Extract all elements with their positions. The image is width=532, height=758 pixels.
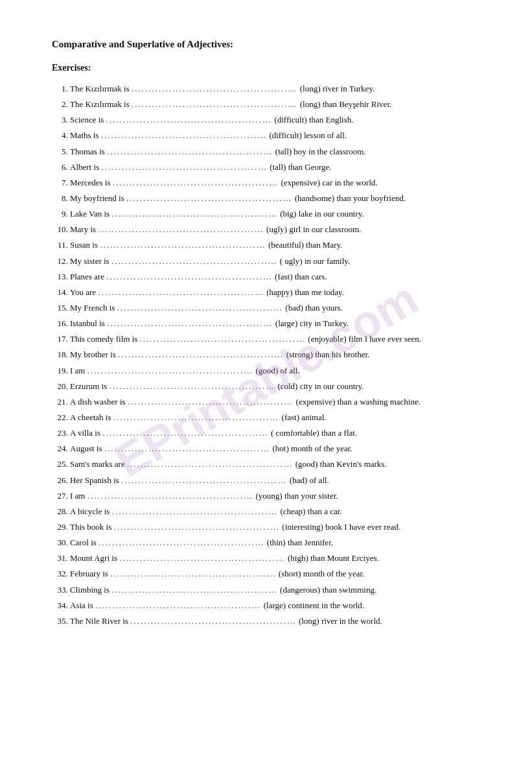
exercise-start: My sister is xyxy=(70,256,111,266)
exercise-dots: ........................................… xyxy=(132,98,298,111)
exercise-end: than Jennifer. xyxy=(288,538,333,547)
exercise-dots: ........................................… xyxy=(106,270,273,283)
list-item: My boyfriend is ........................… xyxy=(70,192,487,205)
exercise-end: than swimming. xyxy=(322,585,376,595)
exercise-end: girl in our classroom. xyxy=(289,224,361,234)
exercise-hint: (interesting) xyxy=(282,522,323,532)
exercise-dots: ........................................… xyxy=(128,396,294,409)
list-item: Asia is ................................… xyxy=(70,599,487,612)
exercise-dots: ........................................… xyxy=(130,615,297,628)
list-item: The Nile River is ......................… xyxy=(70,615,487,628)
exercise-hint: (handsome) xyxy=(295,193,334,203)
page-title: Comparative and Superlative of Adjective… xyxy=(52,39,487,50)
exercise-hint: ( ugly) xyxy=(280,256,303,266)
list-item: Her Spanish is .........................… xyxy=(70,474,487,487)
exercise-hint: (bad) xyxy=(290,475,307,485)
list-item: I am ...................................… xyxy=(70,490,487,503)
list-item: Sam's marks are ........................… xyxy=(70,458,487,471)
list-item: The Kızılırmak is ......................… xyxy=(70,82,487,95)
section-title: Exercises: xyxy=(52,63,487,73)
exercise-end: than Mount Erciyes. xyxy=(310,553,379,563)
exercise-end: book I have ever read. xyxy=(325,522,400,532)
list-item: Climbing is ............................… xyxy=(70,584,487,597)
exercise-dots: ........................................… xyxy=(107,317,273,330)
exercise-hint: (fast) xyxy=(275,272,292,281)
exercise-hint: (happy) xyxy=(266,287,292,297)
exercise-hint: (cold) xyxy=(277,381,297,391)
exercise-end: than cars. xyxy=(295,272,327,281)
exercise-hint: ( comfortable) xyxy=(271,428,319,438)
exercise-hint: (thin) xyxy=(267,538,286,547)
exercise-end: car in the world. xyxy=(322,178,377,187)
exercise-hint: (big) xyxy=(280,209,296,219)
exercise-dots: ........................................… xyxy=(98,223,264,236)
list-item: This comedy film is ....................… xyxy=(70,333,487,346)
exercise-hint: (tall) xyxy=(275,147,292,156)
exercise-end: city in our country. xyxy=(300,381,364,391)
list-item: Maths is ...............................… xyxy=(70,129,487,142)
exercise-end: than a flat. xyxy=(321,428,357,438)
exercise-end: than a washing machine. xyxy=(337,397,421,407)
exercise-dots: ........................................… xyxy=(100,239,266,252)
exercise-end: river in the world. xyxy=(321,616,382,626)
exercise-hint: (short) xyxy=(279,569,301,578)
exercise-start: A dish washer is xyxy=(70,397,128,407)
exercise-start: Erzurum is xyxy=(70,381,110,391)
exercise-hint: (enjoyable) xyxy=(308,334,346,344)
exercise-end: month of the year. xyxy=(303,569,365,578)
exercise-start: Asia is xyxy=(70,600,95,610)
list-item: Carol is ...............................… xyxy=(70,536,487,549)
exercise-dots: ........................................… xyxy=(114,521,281,534)
exercise-end: than yours. xyxy=(305,303,343,313)
exercise-end: city in Turkey. xyxy=(299,318,348,328)
exercise-dots: ........................................… xyxy=(95,599,262,612)
exercise-start: Mercedes is xyxy=(70,178,113,187)
exercise-end: continent in the world. xyxy=(288,600,364,610)
exercise-start: Sam's marks are xyxy=(70,459,127,469)
exercise-end: of all. xyxy=(280,366,299,375)
exercise-hint: (cheap) xyxy=(280,506,305,516)
exercise-dots: ........................................… xyxy=(110,380,276,393)
exercise-dots: ........................................… xyxy=(140,333,306,346)
exercise-start: Albert is xyxy=(70,162,101,172)
exercise-dots: ........................................… xyxy=(101,129,268,142)
exercise-hint: (large) xyxy=(264,600,286,610)
exercise-hint: (long) xyxy=(299,616,319,626)
exercise-dots: ........................................… xyxy=(101,161,268,174)
exercise-hint: (good) xyxy=(295,459,318,469)
exercise-hint: (dangerous) xyxy=(280,585,320,595)
exercise-hint: (large) xyxy=(275,318,297,328)
exercise-dots: ........................................… xyxy=(110,567,277,580)
exercise-dots: ........................................… xyxy=(113,411,280,424)
exercise-dots: ........................................… xyxy=(104,442,271,455)
exercise-end: than his brother. xyxy=(315,349,369,359)
exercise-end: month of the year. xyxy=(291,444,353,453)
exercise-hint: (long) xyxy=(300,84,321,93)
exercise-start: My French is xyxy=(70,303,117,313)
exercise-start: My brother is xyxy=(70,349,118,359)
list-item: Science is .............................… xyxy=(70,113,487,126)
list-item: Lake Van is ............................… xyxy=(70,207,487,220)
exercise-dots: ........................................… xyxy=(98,286,264,299)
exercise-start: This comedy film is xyxy=(70,334,140,344)
exercise-end: than your boyfriend. xyxy=(336,193,406,203)
exercise-dots: ........................................… xyxy=(107,145,273,158)
exercise-start: Mount Agri is xyxy=(70,553,119,563)
exercise-start: I am xyxy=(70,491,87,501)
exercise-hint: (expensive) xyxy=(296,397,336,407)
list-item: Thomas is ..............................… xyxy=(70,145,487,158)
exercises-list: The Kızılırmak is ......................… xyxy=(52,82,487,628)
exercise-end: in our family. xyxy=(305,256,350,266)
exercise-dots: ........................................… xyxy=(112,505,279,518)
list-item: Albert is ..............................… xyxy=(70,161,487,174)
exercise-dots: ........................................… xyxy=(111,584,278,597)
list-item: Planes are .............................… xyxy=(70,270,487,283)
exercise-dots: ........................................… xyxy=(113,176,279,189)
exercise-start: Lake Van is xyxy=(70,209,111,219)
exercise-hint: (young) xyxy=(255,491,282,501)
list-item: Erzurum is .............................… xyxy=(70,380,487,393)
exercise-start: A cheetah is xyxy=(70,412,113,422)
list-item: A dish washer is .......................… xyxy=(70,396,487,409)
exercise-hint: (fast) xyxy=(282,412,299,422)
list-item: A bicycle is ...........................… xyxy=(70,505,487,518)
